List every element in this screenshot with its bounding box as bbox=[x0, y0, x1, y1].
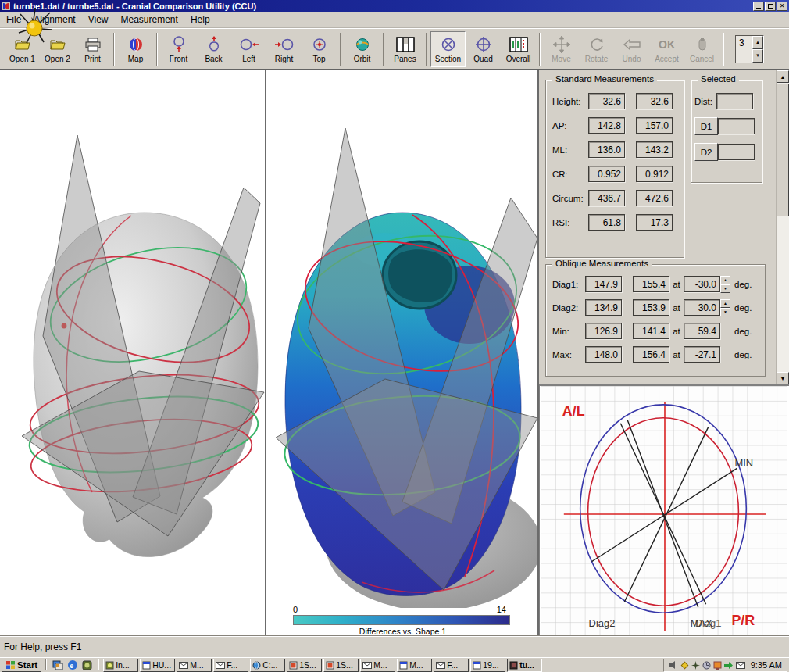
standard-measurements-group: Standard Measurements Height: 32.6 32.6 … bbox=[545, 80, 684, 258]
viewport-shape1[interactable] bbox=[0, 70, 266, 635]
measurement-row-ap: AP: 142.8 157.0 bbox=[552, 117, 684, 134]
network-icon[interactable] bbox=[724, 661, 734, 670]
taskbar-window-button[interactable]: 1S... bbox=[287, 659, 322, 672]
mail-icon bbox=[362, 662, 372, 669]
menu-help[interactable]: Help bbox=[184, 12, 216, 27]
quad-icon bbox=[475, 34, 492, 55]
print-button[interactable]: Print bbox=[75, 31, 110, 67]
quicklaunch-browser-icon[interactable]: e bbox=[66, 659, 79, 671]
at-label: at bbox=[669, 303, 684, 313]
section-button[interactable]: Section bbox=[430, 31, 466, 67]
menu-alignment[interactable]: Alignment bbox=[27, 12, 81, 27]
accept-button[interactable]: OK Accept bbox=[649, 31, 684, 67]
taskbar-window-button[interactable]: HU... bbox=[140, 659, 175, 672]
taskbar-window-button[interactable]: In... bbox=[103, 659, 138, 672]
move-button[interactable]: Move bbox=[544, 31, 579, 67]
section-count-spinner[interactable]: 3 ▲ ▼ bbox=[735, 35, 764, 63]
scrollbar-thumb[interactable] bbox=[777, 84, 789, 216]
taskbar-clock[interactable]: 9:35 AM bbox=[751, 660, 782, 670]
colorbar-gradient bbox=[293, 615, 510, 625]
taskbar-window-button[interactable]: M... bbox=[177, 659, 212, 672]
menu-view[interactable]: View bbox=[82, 12, 115, 27]
panes-button[interactable]: Panes bbox=[387, 31, 423, 67]
start-button[interactable]: Start bbox=[2, 659, 41, 672]
maximize-icon bbox=[768, 4, 773, 9]
spinner-down-button[interactable]: ▼ bbox=[752, 49, 763, 63]
orbit-button[interactable]: Orbit bbox=[345, 31, 380, 67]
taskbar-window-button[interactable]: 19... bbox=[470, 659, 505, 672]
quicklaunch-desktop-icon[interactable] bbox=[51, 659, 64, 671]
measurements-scrollbar[interactable]: ▲ ▼ bbox=[776, 70, 789, 384]
cross-section-plot[interactable]: A/L P/R MIN Diag2 MAX Diag1 bbox=[539, 384, 789, 635]
viewport-shape2[interactable]: 0 14 Differences vs. Shape 1 bbox=[268, 70, 539, 635]
scroll-up-button[interactable]: ▲ bbox=[777, 70, 789, 83]
taskbar-window-button[interactable]: 1S... bbox=[323, 659, 359, 672]
status-text: For Help, press F1 bbox=[4, 642, 81, 652]
diag2-angle-down-button[interactable]: ▼ bbox=[720, 308, 730, 316]
app-olive-icon bbox=[105, 661, 114, 670]
move-icon bbox=[553, 34, 570, 55]
scheduler-icon[interactable] bbox=[702, 661, 711, 670]
quicklaunch-app-icon[interactable] bbox=[80, 659, 94, 671]
taskbar-window-button[interactable]: C:... bbox=[250, 659, 285, 672]
diag1-angle-down-button[interactable]: ▼ bbox=[720, 284, 730, 293]
taskbar-window-button[interactable]: F... bbox=[434, 659, 469, 672]
spinner-up-button[interactable]: ▲ bbox=[752, 36, 763, 49]
taskbar-window-button[interactable]: F... bbox=[213, 659, 248, 672]
scroll-down-button[interactable]: ▼ bbox=[777, 372, 789, 384]
new-mail-icon[interactable] bbox=[736, 662, 745, 669]
document-red-icon bbox=[326, 661, 334, 670]
dist-field bbox=[716, 93, 753, 109]
diag2-angle-value: 30.0 bbox=[698, 302, 716, 313]
menu-file[interactable]: File bbox=[0, 12, 27, 27]
status-diamond-icon[interactable] bbox=[680, 661, 689, 670]
back-label: Back bbox=[205, 55, 222, 63]
menu-measurement[interactable]: Measurement bbox=[115, 12, 184, 27]
display-icon[interactable] bbox=[713, 661, 722, 670]
cancel-button[interactable]: Cancel bbox=[684, 31, 719, 67]
row-label: Circum: bbox=[552, 194, 588, 203]
sparkle-icon[interactable] bbox=[691, 661, 700, 670]
deg-label: deg. bbox=[734, 303, 752, 313]
overall-button[interactable]: Overall bbox=[501, 31, 536, 67]
minimize-button[interactable] bbox=[753, 2, 764, 11]
rotate-button[interactable]: Rotate bbox=[579, 31, 614, 67]
right-view-button[interactable]: Right bbox=[266, 31, 302, 67]
map-button[interactable]: Map bbox=[118, 31, 153, 67]
print-label: Print bbox=[84, 55, 101, 63]
rotate-icon bbox=[589, 34, 605, 55]
diag1-shape1-field: 147.9 bbox=[585, 276, 622, 292]
toolbar-separator bbox=[723, 33, 724, 66]
quad-button[interactable]: Quad bbox=[466, 31, 501, 67]
diag1-angle-field[interactable]: -30.0 ▲▼ bbox=[684, 276, 720, 292]
open2-button[interactable]: Open 2 bbox=[40, 31, 75, 67]
undo-button[interactable]: Undo bbox=[614, 31, 649, 67]
close-button[interactable]: ✕ bbox=[777, 2, 787, 11]
taskbar-button-label: F... bbox=[227, 660, 237, 670]
maximize-button[interactable] bbox=[765, 2, 776, 11]
ml-shape2-field: 143.2 bbox=[636, 141, 673, 158]
open1-button[interactable]: Open 1 bbox=[5, 31, 40, 67]
max-shape2-field: 156.4 bbox=[633, 346, 669, 363]
shape2-3d-render bbox=[268, 70, 539, 608]
mail-icon bbox=[179, 662, 188, 669]
left-view-button[interactable]: Left bbox=[231, 31, 266, 67]
diag2-angle-up-button[interactable]: ▲ bbox=[720, 299, 730, 308]
title-bar[interactable]: turnbe1.dat / turnbe5.dat - Cranial Comp… bbox=[0, 0, 789, 12]
front-view-button[interactable]: Front bbox=[161, 31, 196, 67]
diag2-angle-field[interactable]: 30.0 ▲▼ bbox=[684, 299, 720, 316]
left-label: Left bbox=[242, 55, 255, 63]
section-icon bbox=[441, 34, 456, 55]
d1-button[interactable]: D1 bbox=[694, 117, 718, 135]
right-view-icon bbox=[274, 34, 295, 55]
taskbar-window-button[interactable]: M... bbox=[397, 659, 432, 672]
shape1-3d-render bbox=[0, 70, 266, 635]
volume-icon[interactable] bbox=[669, 660, 678, 670]
taskbar-window-button-active[interactable]: tu... bbox=[507, 659, 542, 672]
d2-button[interactable]: D2 bbox=[694, 143, 718, 161]
top-view-button[interactable]: Top bbox=[302, 31, 337, 67]
diag1-angle-up-button[interactable]: ▲ bbox=[720, 276, 730, 284]
accept-label: Accept bbox=[655, 55, 679, 63]
taskbar-window-button[interactable]: M... bbox=[360, 659, 395, 672]
back-view-button[interactable]: Back bbox=[196, 31, 231, 67]
